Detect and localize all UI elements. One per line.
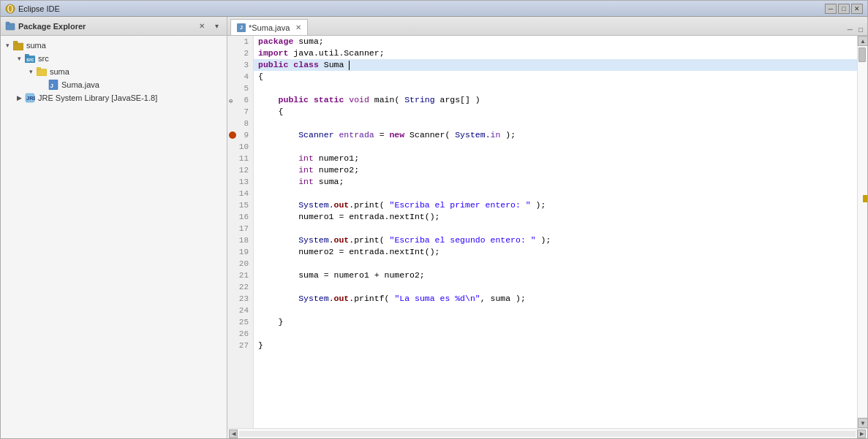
line-11: 11 xyxy=(227,153,253,164)
code-line-23: System.out.printf( "La suma es %d\n", su… xyxy=(254,293,857,305)
code-line-17 xyxy=(254,223,857,234)
svg-text:src: src xyxy=(26,57,34,62)
panel-menu-icon[interactable]: ▾ xyxy=(211,20,222,32)
hscroll-track[interactable] xyxy=(239,431,856,437)
line-1: 1 xyxy=(227,36,253,47)
title-bar-text: Eclipse IDE xyxy=(18,4,825,13)
code-line-6: public static void main( String args[] ) xyxy=(254,94,857,106)
editor-bottom-bar: ◀ ▶ xyxy=(227,428,867,438)
svg-rect-7 xyxy=(25,54,29,57)
jre-label: JRE System Library [JavaSE-1.8] xyxy=(38,93,157,102)
code-line-5 xyxy=(254,83,857,94)
vertical-scrollbar[interactable]: ▲ ▼ xyxy=(857,36,867,428)
line-16: 16 xyxy=(227,211,253,223)
suma-package-label: suma xyxy=(50,67,69,76)
tree-item-suma-java[interactable]: J Suma.java xyxy=(1,78,227,91)
minimize-button[interactable]: ─ xyxy=(825,4,837,14)
code-line-3: public class Suma xyxy=(254,59,857,71)
line-24: 24 xyxy=(227,305,253,316)
code-line-18: System.out.print( "Escriba el segundo en… xyxy=(254,234,857,246)
toggle-suma-java xyxy=(37,80,48,90)
line-17: 17 xyxy=(227,223,253,234)
tree-view: ▾ suma ▾ xyxy=(1,36,227,438)
src-folder-icon: src xyxy=(24,53,36,64)
line-22: 22 xyxy=(227,281,253,293)
svg-rect-2 xyxy=(6,23,15,30)
code-line-19: numero2 = entrada.nextInt(); xyxy=(254,246,857,258)
line-26: 26 xyxy=(227,328,253,340)
line-21: 21 xyxy=(227,270,253,281)
code-line-4: { xyxy=(254,71,857,83)
toggle-src[interactable]: ▾ xyxy=(14,53,24,64)
line-4: 4 xyxy=(227,71,253,83)
package-icon xyxy=(36,66,48,77)
toggle-suma-package[interactable]: ▾ xyxy=(26,66,36,77)
code-line-14 xyxy=(254,188,857,199)
line-25: 25 xyxy=(227,316,253,328)
line-3: 3 xyxy=(227,59,253,71)
tab-close-icon[interactable]: ✕ xyxy=(295,23,301,31)
svg-point-0 xyxy=(6,4,15,13)
line-9: 9 xyxy=(227,129,253,141)
tree-item-suma-package[interactable]: ▾ suma xyxy=(1,65,227,78)
svg-rect-10 xyxy=(37,67,41,70)
code-line-10 xyxy=(254,141,857,153)
code-line-16: numero1 = entrada.nextInt(); xyxy=(254,211,857,223)
tab-label: *Suma.java xyxy=(249,23,290,32)
tree-item-jre[interactable]: ▶ JRE JRE System Library [JavaSE-1.8] xyxy=(1,91,227,104)
minimize-editor-btn[interactable]: ─ xyxy=(846,26,854,34)
scroll-track[interactable] xyxy=(858,46,867,418)
scroll-up-btn[interactable]: ▲ xyxy=(858,36,867,46)
hscroll-left-btn[interactable]: ◀ xyxy=(229,430,238,438)
maximize-editor-btn[interactable]: □ xyxy=(857,26,864,34)
code-line-24 xyxy=(254,305,857,316)
main-area: Package Explorer ✕ ▾ ▾ suma xyxy=(1,17,867,438)
code-line-21: suma = numero1 + numero2; xyxy=(254,270,857,281)
toggle-suma-project[interactable]: ▾ xyxy=(2,40,12,50)
line-14: 14 xyxy=(227,188,253,199)
panel-title: Package Explorer xyxy=(18,22,193,31)
project-icon xyxy=(12,39,24,51)
title-bar-buttons: ─ □ ✕ xyxy=(825,4,863,14)
package-explorer-panel: Package Explorer ✕ ▾ ▾ suma xyxy=(1,17,227,438)
close-button[interactable]: ✕ xyxy=(851,4,863,14)
src-label: src xyxy=(38,54,49,63)
line-7: 7 xyxy=(227,106,253,118)
editor-panel: J *Suma.java ✕ ─ □ 1 2 3 4 5 xyxy=(227,17,867,438)
code-line-27: } xyxy=(254,340,857,351)
code-line-13: int suma; xyxy=(254,176,857,188)
tree-item-suma-project[interactable]: ▾ suma xyxy=(1,39,227,52)
code-line-7: { xyxy=(254,106,857,118)
editor-tab-controls: ─ □ xyxy=(846,26,864,35)
line-8: 8 xyxy=(227,118,253,129)
code-line-15: System.out.print( "Escriba el primer ent… xyxy=(254,199,857,211)
code-line-9: Scanner entrada = new Scanner( System.in… xyxy=(254,129,857,141)
line-20: 20 xyxy=(227,258,253,270)
toggle-jre[interactable]: ▶ xyxy=(14,93,24,103)
line-13: 13 xyxy=(227,176,253,188)
scroll-thumb[interactable] xyxy=(858,47,866,62)
panel-header: Package Explorer ✕ ▾ xyxy=(1,17,227,36)
hscroll-right-btn[interactable]: ▶ xyxy=(857,430,866,438)
package-explorer-icon xyxy=(5,21,15,31)
jre-icon: JRE xyxy=(24,92,36,104)
line-23: 23 xyxy=(227,293,253,305)
scroll-down-btn[interactable]: ▼ xyxy=(858,418,867,428)
code-content[interactable]: package suma; import java.util.Scanner; … xyxy=(254,36,857,428)
line-10: 10 xyxy=(227,141,253,153)
line-6: ⊖6 xyxy=(227,94,253,106)
editor-tab-suma-java[interactable]: J *Suma.java ✕ xyxy=(230,19,308,35)
editor-tab-bar: J *Suma.java ✕ ─ □ xyxy=(227,17,867,36)
suma-project-label: suma xyxy=(26,41,46,50)
code-editor[interactable]: 1 2 3 4 5 ⊖6 7 8 9 10 11 12 13 14 15 xyxy=(227,36,867,428)
panel-close-icon[interactable]: ✕ xyxy=(196,20,208,32)
svg-rect-9 xyxy=(37,69,47,77)
line-5: 5 xyxy=(227,83,253,94)
horizontal-scrollbar[interactable]: ◀ ▶ xyxy=(227,429,867,439)
code-line-20 xyxy=(254,258,857,270)
line-15: 15 xyxy=(227,199,253,211)
line-18: 18 xyxy=(227,234,253,246)
maximize-button[interactable]: □ xyxy=(838,4,850,14)
tree-item-src[interactable]: ▾ src src xyxy=(1,52,227,65)
line-numbers: 1 2 3 4 5 ⊖6 7 8 9 10 11 12 13 14 15 xyxy=(227,36,254,428)
